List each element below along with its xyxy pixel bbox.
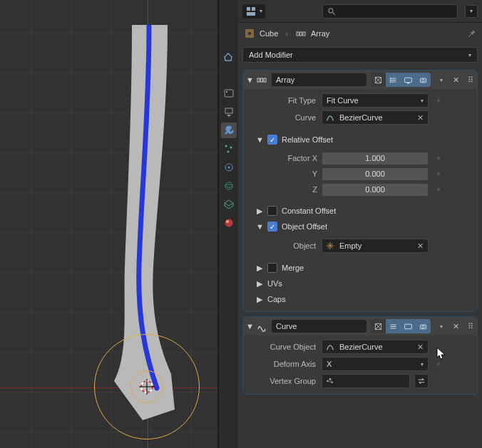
- disclosure-icon[interactable]: ▼: [246, 75, 253, 84]
- chevron-down-icon: ▾: [468, 52, 471, 58]
- add-modifier-dropdown[interactable]: Add Modifier ▾: [242, 47, 478, 63]
- svg-point-31: [390, 81, 391, 83]
- toggle-realtime[interactable]: [401, 319, 416, 333]
- uvs-label: UVs: [267, 279, 282, 288]
- tab-physics[interactable]: [221, 160, 237, 175]
- svg-point-13: [225, 184, 232, 187]
- merge-checkbox[interactable]: [267, 263, 277, 273]
- toggle-render[interactable]: [416, 73, 431, 87]
- svg-point-30: [390, 79, 391, 80]
- toggle-render[interactable]: [416, 319, 431, 333]
- fit-type-dropdown[interactable]: Fit Curve ▾: [322, 93, 429, 108]
- modifier-name-field[interactable]: Curve: [272, 320, 366, 333]
- svg-rect-23: [297, 32, 299, 36]
- pin-icon[interactable]: 📌︎: [466, 28, 476, 39]
- deform-axis-dropdown[interactable]: X ▾: [322, 357, 429, 371]
- merge-subpanel[interactable]: ▶ Merge: [246, 260, 474, 276]
- modifier-array: ▼ Array ▾ ✕: [242, 70, 478, 312]
- svg-rect-36: [405, 324, 412, 329]
- svg-rect-33: [407, 82, 409, 83]
- svg-rect-16: [247, 7, 250, 11]
- clear-icon[interactable]: ✕: [416, 241, 425, 251]
- caps-subpanel[interactable]: ▶ Caps: [246, 291, 474, 307]
- clear-icon[interactable]: ✕: [416, 343, 425, 352]
- tab-render[interactable]: [221, 85, 237, 101]
- tab-output[interactable]: [221, 104, 237, 120]
- factor-z-input[interactable]: 0.000: [322, 183, 429, 197]
- properties-editor: ▾ ▾ Cube › Array 📌︎ Add Modifier ▾: [217, 0, 482, 448]
- chevron-down-icon: ▾: [260, 8, 262, 14]
- tab-tool[interactable]: [221, 48, 237, 64]
- constant-offset-subpanel[interactable]: ▶ Constant Offset: [246, 203, 474, 219]
- empty-icon: [325, 241, 335, 251]
- modifier-drag-handle[interactable]: ⠿: [464, 320, 476, 333]
- svg-line-20: [333, 12, 335, 14]
- svg-point-15: [226, 220, 229, 223]
- relative-offset-subpanel[interactable]: ▼ Relative Offset: [246, 132, 474, 147]
- tab-particles[interactable]: [221, 141, 237, 157]
- object-offset-subpanel[interactable]: ▼ Object Offset: [246, 219, 474, 234]
- toggle-realtime[interactable]: [401, 73, 416, 87]
- svg-point-7: [225, 145, 227, 147]
- tab-modifiers[interactable]: [221, 123, 237, 138]
- merge-label: Merge: [282, 264, 304, 272]
- uvs-subpanel[interactable]: ▶ UVs: [246, 276, 474, 291]
- clear-icon[interactable]: ✕: [416, 113, 425, 123]
- search-icon: [327, 7, 336, 16]
- disclosure-icon[interactable]: ▼: [246, 322, 253, 330]
- svg-point-9: [227, 151, 229, 153]
- svg-rect-27: [261, 78, 263, 82]
- tab-constraints[interactable]: [221, 178, 237, 194]
- svg-rect-28: [264, 78, 266, 82]
- search-input[interactable]: [322, 4, 458, 19]
- tab-data[interactable]: [221, 197, 237, 212]
- modifier-array-header[interactable]: ▼ Array ▾ ✕: [243, 71, 477, 89]
- cursor-3d: [139, 379, 155, 395]
- anim-dot[interactable]: [437, 172, 440, 175]
- toggle-on-cage[interactable]: [371, 319, 386, 333]
- anim-dot[interactable]: [437, 188, 440, 191]
- editor-type-selector[interactable]: ▾: [242, 4, 265, 19]
- curve-id-field[interactable]: BezierCurve ✕: [322, 110, 429, 125]
- options-popover[interactable]: ▾: [465, 5, 478, 18]
- relative-offset-checkbox[interactable]: [267, 135, 277, 145]
- mesh-icon: [244, 28, 255, 39]
- modifier-extras-menu[interactable]: ▾: [436, 73, 447, 86]
- svg-rect-32: [405, 78, 412, 83]
- curve-object-id-field[interactable]: BezierCurve ✕: [322, 340, 429, 354]
- modifier-curve: ▼ Curve ▾ ✕: [242, 316, 478, 395]
- modifier-delete[interactable]: ✕: [450, 320, 461, 333]
- offset-object-id-field[interactable]: Empty ✕: [322, 239, 429, 253]
- svg-point-19: [329, 8, 333, 12]
- breadcrumb-modifier[interactable]: Array: [295, 28, 329, 39]
- svg-rect-24: [299, 32, 302, 36]
- anim-dot[interactable]: [437, 157, 440, 160]
- invert-vertex-group[interactable]: [414, 374, 429, 388]
- toggle-in-editmode[interactable]: [386, 319, 401, 333]
- vertex-group-icon: [325, 376, 335, 386]
- vertex-group-label: Vertex Group: [246, 377, 317, 385]
- object-offset-checkbox[interactable]: [267, 222, 277, 231]
- factor-y-input[interactable]: 0.000: [322, 167, 429, 181]
- constant-offset-checkbox[interactable]: [267, 206, 277, 216]
- factor-x-input[interactable]: 1.000: [322, 152, 429, 165]
- curve-label: Curve: [246, 113, 317, 122]
- toggle-in-editmode[interactable]: [386, 73, 401, 87]
- modifier-extras-menu[interactable]: ▾: [436, 320, 447, 333]
- tab-material[interactable]: [221, 215, 237, 231]
- modifier-name-field[interactable]: Array: [272, 73, 366, 86]
- breadcrumb-object[interactable]: Cube: [244, 28, 278, 39]
- vertex-group-field[interactable]: [322, 374, 410, 388]
- modifier-delete[interactable]: ✕: [450, 73, 461, 86]
- modifier-curve-header[interactable]: ▼ Curve ▾ ✕: [243, 317, 477, 335]
- svg-point-12: [225, 182, 232, 189]
- modifier-drag-handle[interactable]: ⠿: [464, 73, 476, 86]
- factor-y-label: Y: [246, 170, 317, 178]
- array-icon: [295, 28, 307, 39]
- curve-data-icon: [325, 342, 335, 352]
- anim-dot[interactable]: [437, 99, 440, 102]
- anim-dot[interactable]: [437, 363, 440, 365]
- toggle-on-cage[interactable]: [371, 73, 386, 87]
- viewport-3d[interactable]: [0, 0, 217, 448]
- svg-point-14: [225, 219, 232, 227]
